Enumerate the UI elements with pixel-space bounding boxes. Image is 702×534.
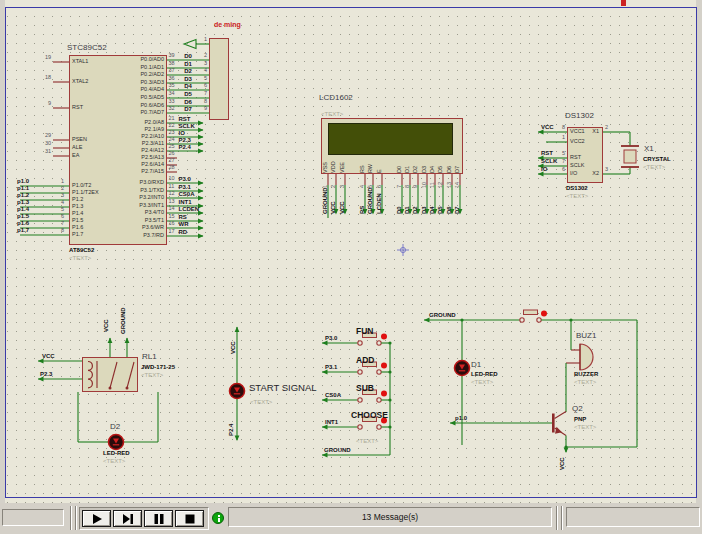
pin-number: 16	[169, 221, 175, 227]
net-label: p1.0	[17, 178, 29, 184]
pin-number: 11	[169, 184, 175, 190]
d1-ref: D1	[471, 361, 481, 369]
transistor-text-placeholder: <TEXT>	[574, 424, 596, 430]
pin-number: 9	[196, 106, 207, 112]
net-label: CS0A	[325, 392, 341, 398]
pin-number: 6	[556, 167, 565, 173]
step-icon	[122, 514, 134, 524]
net-label: p1.0	[455, 415, 467, 421]
info-icon[interactable]	[212, 512, 224, 524]
pin-number: 36	[169, 76, 175, 82]
pin-name: P1.0/T2	[72, 183, 91, 189]
pin-number: 5	[196, 76, 207, 82]
pin-name: VCC1	[570, 129, 585, 135]
pin-number: 6	[46, 214, 64, 220]
net-label: D4	[429, 190, 435, 214]
pin-number: 11	[430, 177, 436, 188]
pin-name: P3.7/RD	[100, 233, 164, 239]
button-actuator[interactable]	[541, 311, 547, 317]
pin-number: 13	[169, 199, 175, 205]
pin-name: XTAL2	[72, 79, 88, 85]
pin-number: 6	[196, 83, 207, 89]
pin-name: P3.4/T0	[100, 210, 164, 216]
pin-number: 26	[169, 151, 175, 157]
toolbar-divider	[70, 506, 72, 530]
lcd-pin-name: VSS	[323, 157, 329, 173]
pin-name: P1.4	[72, 211, 83, 217]
net-label: VCC	[330, 190, 336, 214]
pin-number: 12	[169, 191, 175, 197]
stop-button[interactable]	[175, 510, 204, 527]
crystal-value: CRYSTAL	[643, 156, 671, 162]
pin-name: P3.3/INT1	[100, 203, 164, 209]
lcd-text-placeholder: <TEXT>	[321, 111, 343, 117]
pin-number: 14	[169, 206, 175, 212]
pin-name: P0.1/AD1	[100, 65, 164, 71]
pin-number: 39	[169, 53, 175, 59]
pin-number: 10	[169, 176, 175, 182]
button-actuator[interactable]	[381, 363, 387, 369]
pin-name: P2.6/A14	[100, 162, 164, 168]
coordinate-panel	[2, 509, 64, 526]
net-label: RS	[179, 214, 187, 220]
led-d2[interactable]	[109, 435, 124, 450]
button-label: ADD	[356, 356, 374, 365]
text-placeholder: <TEXT>	[250, 399, 272, 405]
message-count: 13 Message(s)	[362, 512, 418, 522]
pin-number: 1	[556, 135, 565, 141]
lcd-pin-name: RW	[368, 157, 374, 173]
net-label: D5	[437, 190, 443, 214]
net-label: p1.1	[17, 185, 29, 191]
pin-name: P3.2/INT0	[100, 195, 164, 201]
pin-number: 14	[455, 177, 461, 188]
crystal-text-placeholder: <TEXT>	[643, 164, 665, 170]
net-label: RS	[359, 190, 365, 214]
pin-name: P3.1/TXD	[100, 188, 164, 194]
step-button[interactable]	[113, 510, 142, 527]
pin-number: 25	[169, 144, 175, 150]
connector-label: de ming	[214, 21, 241, 28]
pin-number: 7	[397, 177, 403, 188]
lcd-pin-name: D1	[405, 157, 411, 173]
play-button[interactable]	[82, 510, 111, 527]
lcd-pin-name: D7	[455, 157, 461, 173]
pin-number: 38	[169, 61, 175, 67]
pin-number: 1	[46, 179, 64, 185]
pause-button[interactable]	[144, 510, 173, 527]
start-signal-led[interactable]	[230, 384, 245, 399]
pin-number: 8	[46, 228, 64, 234]
pin-number: 19	[38, 55, 51, 61]
pin-name: P2.3/A11	[100, 141, 164, 147]
pin-name: X1	[585, 129, 599, 135]
pin-name: X2	[585, 171, 599, 177]
net-label: SCLK	[179, 123, 195, 129]
transistor-symbol[interactable]	[552, 414, 555, 433]
led-d1[interactable]	[455, 361, 470, 376]
button-actuator[interactable]	[381, 334, 387, 340]
pin-number: 2	[331, 177, 337, 188]
message-panel[interactable]: 13 Message(s)	[228, 507, 552, 527]
buzzer-symbol[interactable]	[580, 344, 593, 370]
net-label: D1	[180, 61, 196, 67]
rtc-text-placeholder: <TEXT>	[566, 193, 588, 199]
pin-number: 4	[46, 200, 64, 206]
button-actuator[interactable]	[381, 391, 387, 397]
pin-name: P3.6/WR	[100, 225, 164, 231]
pin-name: SCLK	[570, 163, 584, 169]
play-icon	[91, 514, 103, 524]
schematic-canvas[interactable]: 19XTAL118XTAL29RST29PSEN30ALE31EAp1.01P1…	[0, 0, 702, 503]
net-label: P2.3	[40, 371, 52, 377]
pin-number: 9	[38, 101, 51, 107]
pin-number: 4	[196, 68, 207, 74]
buzzer-value: BUZZER	[574, 371, 598, 377]
pin-name: P0.4/AD4	[100, 87, 164, 93]
pin-number: 3	[605, 167, 608, 173]
net-label: VCC	[42, 353, 55, 359]
pin-name: P3.5/T1	[100, 218, 164, 224]
net-label: D3	[180, 76, 196, 82]
pin-name: P0.0/AD0	[100, 57, 164, 63]
pin-name: XTAL1	[72, 59, 88, 65]
pin-name: RST	[72, 105, 83, 111]
net-label: D0	[180, 53, 196, 59]
pin-number: 4	[360, 177, 366, 188]
